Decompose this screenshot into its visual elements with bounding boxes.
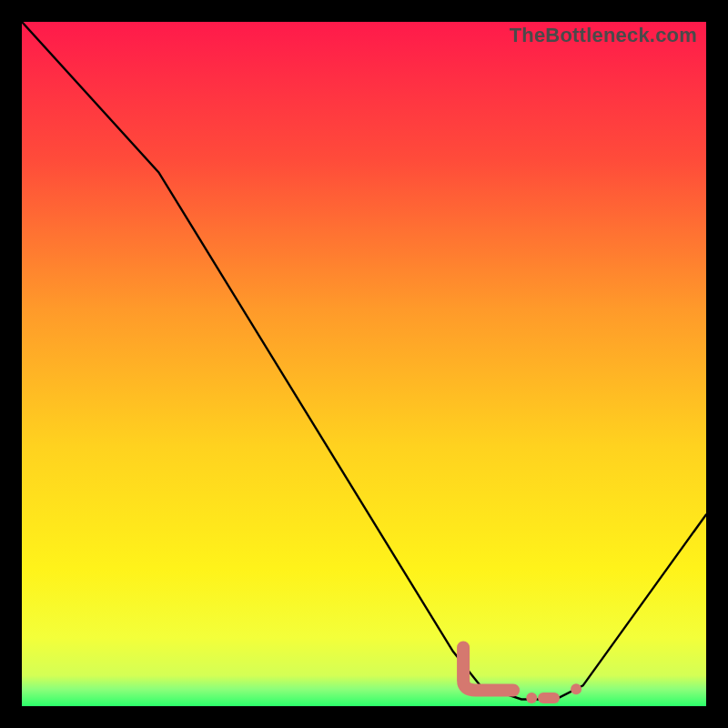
outer-black-frame: TheBottleneck.com: [22, 22, 706, 706]
gradient-background: [22, 22, 706, 706]
marker-dash: [538, 693, 560, 703]
marker-dot: [526, 693, 537, 703]
chart-svg: [22, 22, 706, 706]
marker-dot: [571, 683, 581, 694]
watermark-text: TheBottleneck.com: [510, 24, 697, 47]
plot-area: TheBottleneck.com: [22, 22, 706, 706]
